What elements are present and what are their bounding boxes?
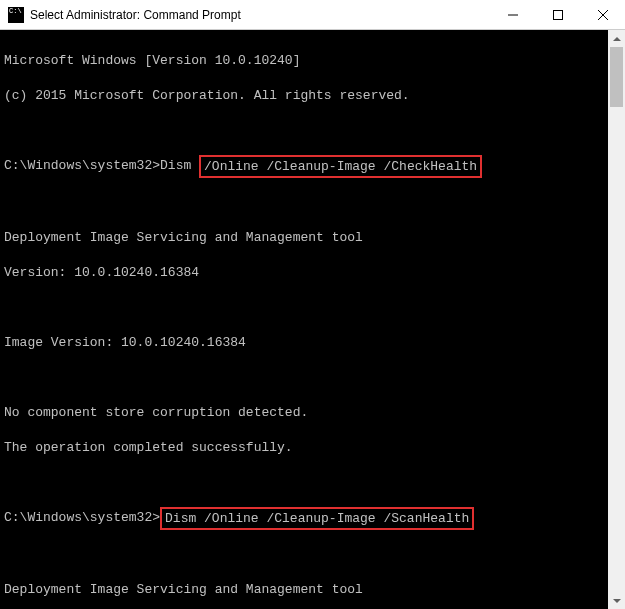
- output-line: Deployment Image Servicing and Managemen…: [4, 229, 604, 247]
- blank-line: [4, 474, 604, 492]
- window-title: Select Administrator: Command Prompt: [30, 8, 490, 22]
- highlighted-args: /Online /Cleanup-Image /CheckHealth: [199, 155, 482, 179]
- cmd-icon: [8, 7, 24, 23]
- prompt: C:\Windows\system32>: [4, 157, 160, 177]
- close-icon: [598, 10, 608, 20]
- svg-rect-1: [553, 10, 562, 19]
- blank-line: [4, 122, 604, 140]
- svg-marker-5: [613, 599, 621, 603]
- minimize-icon: [508, 10, 518, 20]
- command-line: C:\Windows\system32>Dism /Online /Cleanu…: [4, 509, 604, 529]
- scrollbar[interactable]: [608, 30, 625, 609]
- output-line: Version: 10.0.10240.16384: [4, 264, 604, 282]
- scroll-up-button[interactable]: [608, 30, 625, 47]
- blank-line: [4, 299, 604, 317]
- prompt: C:\Windows\system32>: [4, 509, 160, 529]
- terminal-area: Microsoft Windows [Version 10.0.10240] (…: [0, 30, 625, 609]
- blank-line: [4, 369, 604, 387]
- scroll-down-icon: [613, 599, 621, 603]
- command-line: C:\Windows\system32>Dism /Online /Cleanu…: [4, 157, 604, 177]
- scroll-down-button[interactable]: [608, 592, 625, 609]
- minimize-button[interactable]: [490, 0, 535, 29]
- blank-line: [4, 194, 604, 212]
- maximize-button[interactable]: [535, 0, 580, 29]
- window-controls: [490, 0, 625, 29]
- svg-marker-4: [613, 37, 621, 41]
- output-line: (c) 2015 Microsoft Corporation. All righ…: [4, 87, 604, 105]
- close-button[interactable]: [580, 0, 625, 29]
- command-text: Dism: [160, 157, 199, 177]
- blank-line: [4, 546, 604, 564]
- highlighted-command: Dism /Online /Cleanup-Image /ScanHealth: [160, 507, 474, 531]
- scroll-up-icon: [613, 37, 621, 41]
- output-line: The operation completed successfully.: [4, 439, 604, 457]
- terminal-output[interactable]: Microsoft Windows [Version 10.0.10240] (…: [0, 30, 608, 609]
- titlebar[interactable]: Select Administrator: Command Prompt: [0, 0, 625, 30]
- maximize-icon: [553, 10, 563, 20]
- output-line: Microsoft Windows [Version 10.0.10240]: [4, 52, 604, 70]
- scroll-thumb[interactable]: [610, 47, 623, 107]
- output-line: Deployment Image Servicing and Managemen…: [4, 581, 604, 599]
- output-line: Image Version: 10.0.10240.16384: [4, 334, 604, 352]
- output-line: No component store corruption detected.: [4, 404, 604, 422]
